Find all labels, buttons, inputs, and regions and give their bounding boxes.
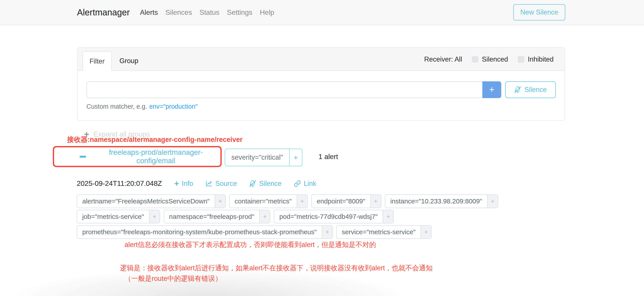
alert-label-text: service="metrics-service" [337, 226, 421, 238]
alert-labels-row: prometheus="freeleaps-monitoring-system/… [77, 225, 502, 239]
add-label-filter-icon[interactable]: + [370, 195, 381, 208]
new-silence-button[interactable]: New Silence [513, 4, 565, 20]
alert-label-tag: service="metrics-service"+ [336, 225, 432, 239]
add-label-filter-icon[interactable]: + [297, 195, 307, 208]
add-label-filter-icon[interactable]: + [215, 195, 225, 208]
alert-label-text: alertname="FreeleapsMetricsServiceDown" [77, 195, 215, 208]
alert-count: 1 alert [318, 152, 338, 161]
main-nav: AlertsSilencesStatusSettingsHelp [140, 8, 274, 16]
inhibited-checkbox[interactable] [518, 56, 524, 63]
link-icon [294, 180, 301, 187]
annotation-line-1: alert信息必须在接收器下才表示配置成功，否则即使能看到alert，但是通知是… [124, 240, 376, 250]
silenced-filter[interactable]: Silenced [472, 56, 508, 63]
add-label-filter-icon[interactable]: + [383, 210, 393, 223]
filter-panel-body: + Silence Custom matcher, e.g.env="produ… [78, 71, 564, 120]
nav-item-silences[interactable]: Silences [166, 8, 192, 16]
alert-label-tag: container="metrics"+ [229, 194, 308, 208]
add-label-filter-icon[interactable]: + [149, 210, 160, 223]
alert-label-tag: pod="metrics-77d9cdb497-wdsj7"+ [274, 210, 394, 224]
add-matcher-button[interactable]: + [482, 81, 501, 98]
matcher-input-group: + [86, 81, 501, 98]
silence-button[interactable]: Silence [505, 81, 556, 98]
add-label-filter-icon[interactable]: + [322, 226, 332, 238]
alert-label-text: pod="metrics-77d9cdb497-wdsj7" [274, 210, 383, 223]
custom-matcher-example-link[interactable]: env="production" [149, 103, 198, 110]
plus-icon: + [174, 180, 179, 188]
silenced-checkbox[interactable] [472, 56, 478, 63]
alert-label-text: endpoint="8009" [312, 195, 370, 208]
bell-slash-icon [514, 86, 521, 93]
add-group-filter-icon[interactable]: + [289, 149, 302, 166]
add-label-filter-icon[interactable]: + [420, 226, 431, 238]
info-link-label: Info [182, 180, 193, 188]
custom-matcher-hint: Custom matcher, e.g. [86, 103, 147, 110]
alert-label-text: namespace="freeleaps-prod" [164, 210, 259, 223]
add-label-filter-icon[interactable]: + [259, 210, 270, 223]
alert-label-text: job="metrics-service" [77, 210, 149, 223]
annotation-highlight-box: freeleaps-prod/alertmanager-config/email [53, 146, 222, 167]
alert-label-tag: endpoint="8009"+ [311, 194, 382, 208]
alert-labels: alertname="FreeleapsMetricsServiceDown"+… [77, 194, 502, 240]
alertmanager-page: Alertmanager AlertsSilencesStatusSetting… [0, 0, 644, 296]
source-link-label: Source [215, 180, 237, 188]
matcher-input[interactable] [86, 81, 482, 98]
info-link[interactable]: + Info [174, 180, 193, 188]
alert-labels-row: job="metrics-service"+namespace="freelea… [77, 210, 502, 224]
link-link-label: Link [304, 180, 316, 188]
add-label-filter-icon[interactable]: + [487, 195, 498, 208]
tab-filter[interactable]: Filter [82, 51, 112, 71]
tab-group[interactable]: Group [116, 51, 142, 70]
alert-label-tag: alertname="FreeleapsMetricsServiceDown"+ [77, 194, 226, 208]
alert-label-text: instance="10.233.98.209:8009" [385, 195, 487, 208]
source-link[interactable]: Source [206, 180, 237, 188]
alert-header-row: 2025-09-24T11:20:07.048Z + Info Source S… [77, 180, 316, 188]
alert-label-tag: namespace="freeleaps-prod"+ [164, 210, 270, 224]
collapse-minus-icon [80, 156, 86, 158]
navbar: Alertmanager AlertsSilencesStatusSetting… [0, 0, 644, 25]
receiver-group-button[interactable]: freeleaps-prod/alertmanager-config/email [80, 148, 220, 165]
bell-slash-icon [249, 180, 256, 187]
nav-item-status[interactable]: Status [200, 8, 220, 16]
alert-label-text: prometheus="freeleaps-monitoring-system/… [77, 226, 322, 238]
receiver-filter-label[interactable]: Receiver: All [424, 56, 462, 63]
nav-item-settings[interactable]: Settings [227, 8, 252, 16]
external-link[interactable]: Link [294, 180, 316, 188]
alert-timestamp: 2025-09-24T11:20:07.048Z [77, 180, 162, 188]
alert-label-tag: job="metrics-service"+ [77, 210, 160, 224]
silence-button-label: Silence [524, 86, 547, 94]
silence-alert-link[interactable]: Silence [249, 180, 282, 188]
nav-item-alerts[interactable]: Alerts [140, 8, 158, 16]
group-matcher-chip: severity="critical" + [225, 149, 302, 166]
alert-label-text: container="metrics" [230, 195, 297, 208]
inhibited-label: Inhibited [528, 56, 554, 63]
receiver-group-label: freeleaps-prod/alertmanager-config/email [91, 148, 220, 165]
filter-panel: Filter Group Receiver: All Silenced Inhi… [77, 47, 565, 121]
silence-link-label: Silence [259, 180, 282, 188]
chart-icon [206, 180, 212, 187]
nav-item-help[interactable]: Help [260, 8, 274, 16]
custom-matcher-hint-row: Custom matcher, e.g.env="production" [86, 103, 556, 110]
silenced-label: Silenced [482, 56, 508, 63]
filter-panel-header: Filter Group Receiver: All Silenced Inhi… [78, 48, 564, 71]
alert-label-tag: instance="10.233.98.209:8009"+ [385, 194, 498, 208]
alert-label-tag: prometheus="freeleaps-monitoring-system/… [77, 225, 333, 239]
alert-labels-row: alertname="FreeleapsMetricsServiceDown"+… [77, 194, 502, 208]
inhibited-filter[interactable]: Inhibited [518, 56, 554, 63]
group-matcher-label: severity="critical" [225, 149, 289, 166]
filter-options: Receiver: All Silenced Inhibited [424, 48, 554, 71]
annotation-line-2: 逻辑是：接收器收到alert后进行通知，如果alert不在接收器下，说明接收器没… [120, 264, 433, 273]
annotation-line-3: （一般是route中的逻辑有错误） [124, 274, 222, 283]
annotation-receiver-note: 接收器:namespace/altermanager-config-name/r… [67, 135, 242, 144]
app-brand[interactable]: Alertmanager [77, 8, 130, 17]
